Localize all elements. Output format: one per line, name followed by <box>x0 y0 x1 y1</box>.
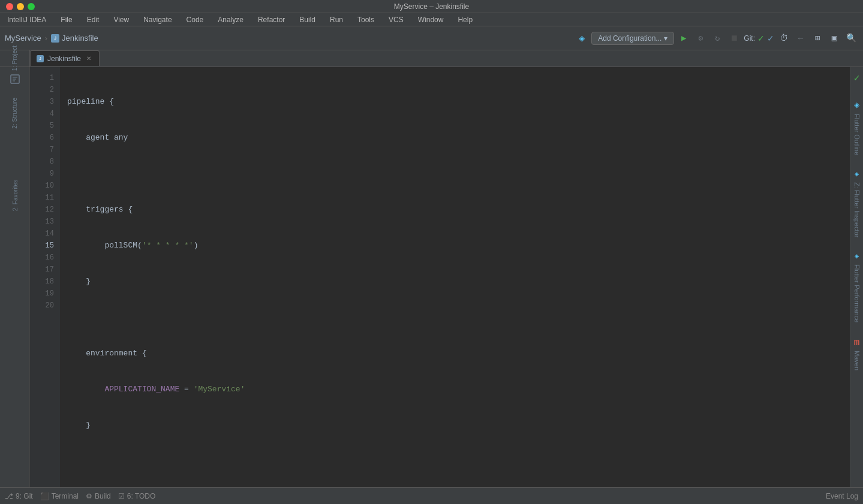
flutter-performance-icon: ◈ <box>855 252 859 261</box>
search-button[interactable]: 🔍 <box>844 31 858 46</box>
line-num-11: 11 <box>30 192 60 204</box>
stop-icon: ⏹ <box>730 34 738 43</box>
line-num-6: 6 <box>30 132 60 144</box>
window-title: MyService – Jenkinsfile <box>394 2 469 11</box>
search-icon: 🔍 <box>846 33 856 43</box>
flutter-outline-text[interactable]: Flutter Outline <box>852 111 862 158</box>
line-num-20: 20 <box>30 300 60 312</box>
code-line-9: APPLICATION_NAME = 'MyService' <box>67 384 850 396</box>
menu-intellij[interactable]: IntelliJ IDEA <box>5 14 49 25</box>
add-config-arrow: ▾ <box>664 34 667 43</box>
update-button[interactable]: ↻ <box>710 31 724 46</box>
menu-file[interactable]: File <box>58 14 74 25</box>
maximize-button[interactable] <box>28 3 35 10</box>
breadcrumb-project[interactable]: MyService <box>5 34 41 43</box>
build-status-item[interactable]: ⚙ Build <box>86 492 111 500</box>
git-branch-icon[interactable]: ✓ <box>767 34 774 43</box>
sidebar-project-icon[interactable] <box>8 72 22 86</box>
terminal-status-item[interactable]: ⬛ Terminal <box>40 492 79 500</box>
title-bar: MyService – Jenkinsfile <box>0 0 863 13</box>
status-bar: ⎇ 9: Git ⬛ Terminal ⚙ Build ☑ 6: TODO Ev… <box>0 487 863 504</box>
flutter-toolbar-icon[interactable]: ◈ <box>575 31 589 46</box>
terminal-icon: ⬛ <box>40 492 49 500</box>
line-num-5: 5 <box>30 120 60 132</box>
code-line-1: pipeline { <box>67 96 850 108</box>
maven-icon: m <box>854 337 860 348</box>
flutter-inspector-icon: ◈ <box>855 170 859 179</box>
tab-label: Jenkinsfile <box>47 55 81 63</box>
maven-label[interactable]: Maven <box>852 348 862 373</box>
line-num-17: 17 <box>30 264 60 276</box>
menu-tools[interactable]: Tools <box>355 14 377 25</box>
flutter-performance-label[interactable]: Flutter Performance <box>852 262 862 325</box>
close-button[interactable] <box>6 3 13 10</box>
panel-icon: ▣ <box>832 33 837 43</box>
git-check-icon[interactable]: ✓ <box>757 34 765 43</box>
flutter-outline-label[interactable]: ◈ <box>852 98 862 111</box>
menu-code[interactable]: Code <box>184 14 206 25</box>
menu-analyze[interactable]: Analyze <box>215 14 246 25</box>
todo-status-item[interactable]: ☑ 6: TODO <box>118 492 156 500</box>
panel-button[interactable]: ▣ <box>827 31 841 46</box>
layout-icon: ⊞ <box>815 33 820 43</box>
add-config-label: Add Configuration... <box>598 34 661 43</box>
back-button[interactable]: ← <box>793 31 808 46</box>
project-panel-label[interactable]: 1: Project <box>11 46 18 71</box>
traffic-lights[interactable] <box>6 3 35 10</box>
todo-label: 6: TODO <box>127 492 156 500</box>
tab-jenkinsfile[interactable]: J Jenkinsfile ✕ <box>30 50 100 66</box>
menu-edit[interactable]: Edit <box>85 14 102 25</box>
breadcrumb: MyService › J Jenkinsfile <box>5 34 98 43</box>
code-line-4: triggers { <box>67 204 850 216</box>
code-line-11 <box>67 455 850 467</box>
breadcrumb-filename: Jenkinsfile <box>62 34 98 43</box>
terminal-label: Terminal <box>52 492 79 500</box>
code-line-5: pollSCM('* * * * *') <box>67 240 850 252</box>
code-content[interactable]: pipeline { agent any triggers { pollSCM(… <box>60 67 850 487</box>
build-button[interactable]: ⚙ <box>693 31 708 46</box>
menu-run[interactable]: Run <box>327 14 345 25</box>
line-num-2: 2 <box>30 84 60 96</box>
git-status-icon: ⎇ <box>5 492 13 500</box>
run-button[interactable]: ▶ <box>676 31 691 46</box>
line-num-15: 15 <box>30 240 60 252</box>
tab-close-button[interactable]: ✕ <box>85 55 93 63</box>
code-editor[interactable]: 1 2 3 4 5 6 7 8 9 10 11 12 13 14 15 16 1 <box>30 67 850 487</box>
right-check-icon[interactable]: ✓ <box>854 72 860 84</box>
menu-view[interactable]: View <box>111 14 131 25</box>
build-status-icon: ⚙ <box>86 492 92 500</box>
line-num-12: 12 <box>30 204 60 216</box>
flutter-inspector-label[interactable]: Z: Flutter Inspector <box>852 180 862 240</box>
jenkinsfile-icon: J <box>51 34 59 43</box>
menu-help[interactable]: Help <box>455 14 475 25</box>
code-line-3 <box>67 168 850 180</box>
toolbar: MyService › J Jenkinsfile ◈ Add Configur… <box>0 26 863 50</box>
code-line-10: } <box>67 420 850 431</box>
sidebar-favorites-label[interactable]: 2: Favorites <box>12 180 19 211</box>
git-status-item[interactable]: ⎇ 9: Git <box>5 492 33 500</box>
menu-refactor[interactable]: Refactor <box>255 14 287 25</box>
sidebar-structure-label[interactable]: 2: Structure <box>8 89 22 102</box>
git-section: Git: ✓ ✓ <box>744 34 774 43</box>
line-num-4: 4 <box>30 108 60 120</box>
flutter-icon: ◈ <box>579 32 585 44</box>
history-button[interactable]: ⏱ <box>777 31 791 46</box>
menu-window[interactable]: Window <box>416 14 446 25</box>
menu-vcs[interactable]: VCS <box>386 14 406 25</box>
build-icon: ⚙ <box>698 34 703 43</box>
line-num-10: 10 <box>30 180 60 192</box>
add-configuration-button[interactable]: Add Configuration... ▾ <box>591 32 674 45</box>
todo-icon: ☑ <box>118 492 125 500</box>
menu-build[interactable]: Build <box>297 14 318 25</box>
toolbar-center: ◈ Add Configuration... ▾ ▶ ⚙ ↻ ⏹ Git: ✓ … <box>575 31 858 46</box>
line-numbers: 1 2 3 4 5 6 7 8 9 10 11 12 13 14 15 16 1 <box>30 67 60 487</box>
line-num-16: 16 <box>30 252 60 264</box>
menu-navigate[interactable]: Navigate <box>141 14 174 25</box>
run-icon: ▶ <box>681 33 686 43</box>
event-log-item[interactable]: Event Log <box>826 492 858 500</box>
minimize-button[interactable] <box>17 3 24 10</box>
tab-file-icon: J <box>37 55 44 62</box>
breadcrumb-file[interactable]: J Jenkinsfile <box>51 34 98 43</box>
stop-button[interactable]: ⏹ <box>727 31 741 46</box>
layout-button[interactable]: ⊞ <box>810 31 825 46</box>
